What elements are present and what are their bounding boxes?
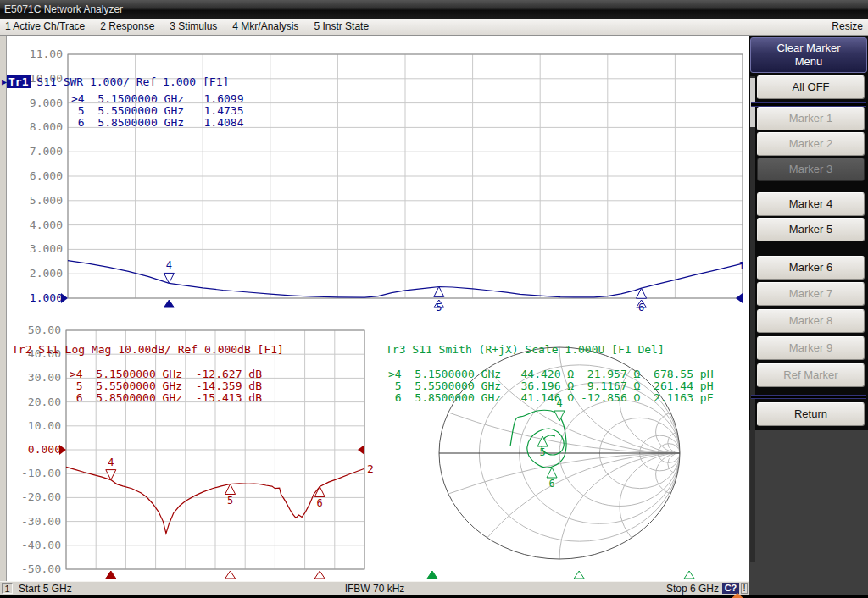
svg-text:-20.00: -20.00	[21, 490, 61, 503]
svg-text:5: 5	[436, 302, 442, 313]
tr1-marker-6-glyph: 6	[637, 288, 647, 313]
softkey-header-line1: Clear Marker	[751, 42, 866, 55]
svg-text:4: 4	[108, 457, 114, 468]
svg-text:-10.00: -10.00	[21, 467, 61, 479]
sidebar-empty-area	[749, 430, 868, 598]
svg-text:-50.00: -50.00	[21, 562, 61, 575]
marker-readout-row: 5 5.5500000 GHz -14.359 dB	[70, 380, 262, 392]
softkey-marker-2: Marker 2	[757, 132, 865, 156]
marker-readout-row: 5 5.5500000 GHz 1.4735	[71, 105, 244, 117]
svg-text:5.000: 5.000	[30, 194, 63, 207]
marker-readout-row: >4 5.1500000 GHz -12.627 dB	[70, 368, 262, 380]
status-bar: 1 Start 5 GHz IFBW 70 kHz Stop 6 GHz C? …	[0, 581, 749, 595]
marker-readout-row: 6 5.8500000 GHz 41.146 Ω -12.856 Ω 2.116…	[388, 392, 714, 404]
softkey-all-off[interactable]: All OFF	[757, 75, 865, 99]
marker-readout-row: >4 5.1500000 GHz 1.6099	[71, 93, 244, 105]
softkey-separator	[751, 395, 866, 399]
tr3-marker-5-glyph: 5	[537, 436, 584, 579]
softkey-return[interactable]: Return	[757, 402, 865, 426]
marker-readout-row: >4 5.1500000 GHz 44.420 Ω 21.957 Ω 678.5…	[388, 368, 714, 380]
marker-readout-row: 6 5.8500000 GHz 1.4084	[71, 117, 244, 129]
softkey-marker-3[interactable]: Marker 3	[757, 158, 865, 181]
svg-text:10.00: 10.00	[28, 419, 61, 432]
sweep-position-arrow-icon	[730, 593, 745, 598]
instrument-display: 11.0010.009.0008.0007.0006.0005.0004.000…	[0, 36, 749, 581]
svg-text:30.00: 30.00	[28, 371, 61, 384]
svg-text:5: 5	[227, 495, 233, 507]
svg-text:6: 6	[548, 478, 554, 490]
svg-text:9.000: 9.000	[30, 97, 63, 109]
softkey-separator	[751, 102, 866, 107]
softkey-ref-marker: Ref Marker	[757, 363, 865, 387]
svg-text:1.000: 1.000	[30, 291, 63, 304]
svg-text:4.000: 4.000	[30, 219, 63, 231]
tr2-marker-5-glyph: 5	[225, 484, 236, 579]
svg-text:-30.00: -30.00	[21, 515, 61, 528]
display-left-strip	[0, 36, 7, 581]
tr1-badge: Tr1	[7, 75, 30, 88]
tr2-title[interactable]: Tr2 S11 Log Mag 10.00dB/ Ref 0.000dB [F1…	[12, 343, 284, 356]
title-bar[interactable]: E5071C Network Analyzer	[0, 0, 868, 19]
window-title: E5071C Network Analyzer	[4, 3, 123, 15]
tr1-title[interactable]: ▶Tr1 S11 SWR 1.000/ Ref 1.000 [F1]	[2, 75, 229, 88]
svg-text:20.00: 20.00	[28, 396, 61, 408]
tr1-title-text: S11 SWR 1.000/ Ref 1.000 [F1]	[31, 75, 230, 88]
tr1-marker-table: >4 5.1500000 GHz 1.6099 5 5.5500000 GHz …	[71, 93, 244, 129]
status-stop-frequency: Stop 6 GHz	[666, 583, 719, 595]
svg-text:1: 1	[738, 259, 745, 272]
tr2-marker-4-glyph: 4	[106, 457, 116, 579]
softkey-marker-5[interactable]: Marker 5	[757, 218, 865, 241]
menu-item-1[interactable]: 1 Active Ch/Trace	[5, 19, 85, 35]
marker-readout-row: 5 5.5500000 GHz 36.196 Ω 9.1167 Ω 261.44…	[388, 380, 714, 392]
app-window: E5071C Network Analyzer 1 Active Ch/Trac…	[0, 0, 868, 598]
status-ifbw: IFBW 70 kHz	[0, 583, 749, 595]
softkey-marker-7: Marker 7	[757, 282, 865, 306]
svg-text:6: 6	[638, 302, 644, 313]
resize-menu-item[interactable]: Resize	[832, 19, 863, 35]
svg-text:50.00: 50.00	[28, 324, 61, 336]
tr3-title[interactable]: Tr3 S11 Smith (R+jX) Scale 1.000U [F1 De…	[386, 343, 665, 356]
softkey-marker-9: Marker 9	[757, 336, 865, 360]
svg-text:8.000: 8.000	[30, 120, 63, 133]
marker-readout-row: 6 5.8500000 GHz -15.413 dB	[70, 392, 262, 404]
tr2-plot: 50.0040.0030.0020.0010.000.000-10.00-20.…	[21, 324, 374, 579]
softkey-marker-6[interactable]: Marker 6	[757, 256, 865, 280]
menu-item-2[interactable]: 2 Response	[100, 19, 154, 35]
menu-item-4[interactable]: 4 Mkr/Analysis	[232, 19, 298, 35]
svg-text:3.000: 3.000	[30, 242, 63, 255]
svg-text:-40.00: -40.00	[21, 539, 61, 551]
tr2-marker-6-glyph: 6	[314, 486, 325, 579]
svg-text:0.000: 0.000	[28, 443, 61, 456]
svg-text:6.000: 6.000	[30, 169, 63, 182]
softkey-marker-4[interactable]: Marker 4	[757, 192, 865, 216]
tr3-marker-4-glyph: 4	[427, 397, 565, 579]
softkey-marker-8: Marker 8	[757, 309, 865, 333]
svg-text:6: 6	[317, 497, 323, 509]
svg-text:2: 2	[367, 462, 374, 475]
tr2-marker-table: >4 5.1500000 GHz -12.627 dB 5 5.5500000 …	[70, 368, 262, 404]
softkey-menu-header: Clear Marker Menu	[750, 37, 867, 73]
tr1-marker-5-glyph: 5	[434, 286, 444, 313]
menu-items: 1 Active Ch/Trace2 Response3 Stimulus4 M…	[0, 19, 868, 35]
softkey-marker-1: Marker 1	[757, 107, 865, 130]
svg-text:2.000: 2.000	[30, 267, 63, 280]
softkey-sidebar: Clear Marker Menu All OFFMarker 1Marker …	[749, 36, 868, 598]
softkey-header-line2: Menu	[751, 55, 866, 69]
menu-item-5[interactable]: 5 Instr State	[314, 19, 369, 35]
softkey-scrollbar[interactable]	[750, 76, 755, 562]
menu-item-3[interactable]: 3 Stimulus	[170, 19, 217, 35]
svg-text:7.000: 7.000	[30, 145, 63, 158]
svg-text:4: 4	[166, 259, 172, 271]
tr3-marker-table: >4 5.1500000 GHz 44.420 Ω 21.957 Ω 678.5…	[388, 368, 714, 404]
svg-text:11.00: 11.00	[30, 47, 63, 60]
menu-bar: 1 Active Ch/Trace2 Response3 Stimulus4 M…	[0, 19, 868, 36]
svg-text:5: 5	[540, 446, 546, 458]
